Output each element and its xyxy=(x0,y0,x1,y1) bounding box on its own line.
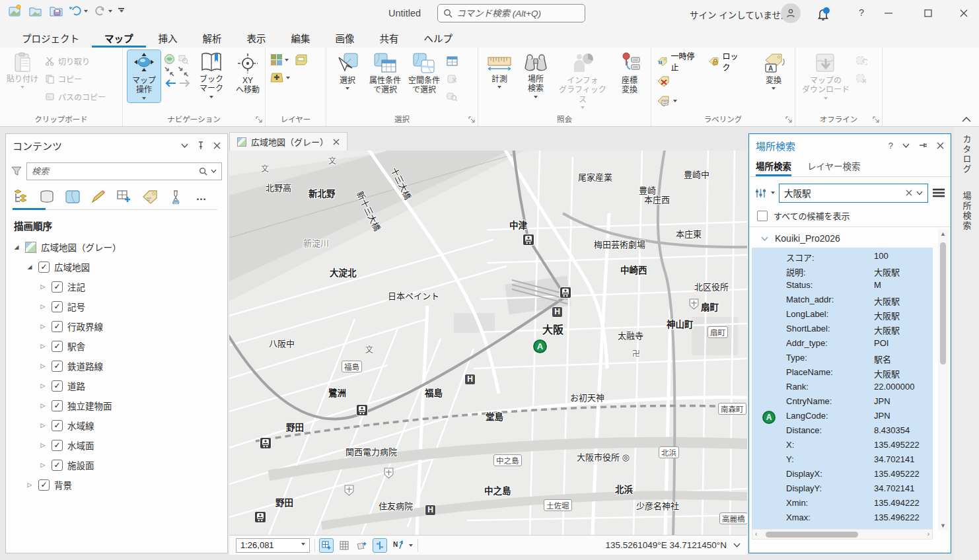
copy-button[interactable]: コピー xyxy=(44,71,107,87)
layer-checkbox[interactable]: ✓ xyxy=(52,281,63,293)
locate-search-input[interactable] xyxy=(784,188,902,198)
layer-checkbox[interactable]: ✓ xyxy=(52,440,63,451)
layer-checkbox[interactable]: ✓ xyxy=(52,380,63,392)
drawing-order-view-icon[interactable] xyxy=(13,188,30,205)
locate-tab[interactable]: 場所検索 xyxy=(756,159,791,176)
selected-result[interactable]: スコア:100説明:大阪駅Status:MMatch_addr:大阪駅LongL… xyxy=(752,248,933,540)
open-project-icon[interactable] xyxy=(28,4,43,18)
clear-selection-button[interactable] xyxy=(445,71,459,87)
coordinates-caret-icon[interactable] xyxy=(733,543,741,547)
ribbon-tab[interactable]: 共有 xyxy=(367,26,412,48)
locate-menu-chevron-icon[interactable] xyxy=(902,143,910,148)
new-project-icon[interactable] xyxy=(8,4,22,18)
locate-list-menu-icon[interactable] xyxy=(932,188,945,197)
labeling-view-icon[interactable] xyxy=(141,188,159,205)
collapse-ribbon-button[interactable] xyxy=(962,116,971,122)
background-layer-node[interactable]: ▷ ✓ 背景 xyxy=(6,475,226,495)
clear-label-cache-button[interactable] xyxy=(656,73,743,88)
download-map-button[interactable]: マップの ダウンロード xyxy=(800,50,852,102)
expander-icon[interactable]: ◢ xyxy=(13,244,20,250)
selection-dialog-launcher[interactable] xyxy=(468,116,476,123)
docked-pane-tab[interactable]: カタログ xyxy=(961,135,973,174)
next-extent-icon[interactable] xyxy=(179,79,192,88)
ribbon-tab[interactable]: 挿入 xyxy=(146,26,190,48)
layer-checkbox[interactable]: ✓ xyxy=(52,460,63,471)
scroll-down-icon[interactable]: ▼ xyxy=(938,522,948,529)
new-pane-button[interactable] xyxy=(320,539,333,552)
layer-checkbox[interactable]: ✓ xyxy=(52,341,63,352)
layer-node[interactable]: ▷✓鉄道路線 xyxy=(6,356,226,376)
layer-node[interactable]: ▷✓行政界線 xyxy=(6,316,226,336)
group-layer-node[interactable]: ◢ ✓ 広域地図 xyxy=(6,257,226,277)
map-canvas[interactable]: 北野高文文新北野十三大橋新十三大橋新淀川大淀北日本ペイント八阪中尾家産業豊崎中豊… xyxy=(229,151,747,535)
expander-icon[interactable]: ▷ xyxy=(39,323,47,330)
lock-labels-button[interactable]: ロック xyxy=(707,53,743,69)
selection-view-icon[interactable] xyxy=(64,188,81,205)
ribbon-tab[interactable]: ヘルプ xyxy=(412,26,466,48)
expander-icon[interactable]: ▷ xyxy=(39,382,47,389)
layer-node[interactable]: ▷✓注記 xyxy=(6,277,226,297)
scrollbar-thumb[interactable] xyxy=(940,242,946,365)
layer-node[interactable]: ▷✓独立建物面 xyxy=(6,396,226,415)
goto-xy-button[interactable]: XY へ移動 xyxy=(231,50,264,96)
clear-search-icon[interactable] xyxy=(906,190,912,196)
layer-node[interactable]: ▷✓水域面 xyxy=(6,435,226,455)
map-view-tab[interactable]: 広域地図（グレー） xyxy=(229,132,347,151)
docked-pane-tab[interactable]: 場所検索 xyxy=(961,192,973,231)
attribute-table-button[interactable] xyxy=(445,53,459,69)
copy-path-button[interactable]: \\..パスのコピー xyxy=(44,89,107,104)
add-data-button[interactable] xyxy=(270,71,284,84)
label-options-button[interactable] xyxy=(656,93,743,108)
results-horizontal-scrollbar[interactable]: ‹ › xyxy=(752,529,933,540)
guides-button[interactable] xyxy=(373,539,386,552)
help-button[interactable]: ? xyxy=(859,7,864,18)
join-view-icon[interactable] xyxy=(116,188,133,205)
locate-pin-icon[interactable] xyxy=(919,142,927,149)
redo-button[interactable] xyxy=(94,5,112,18)
sign-in-status[interactable]: サイン インしていません xyxy=(690,8,789,21)
scroll-up-icon[interactable]: ▲ xyxy=(938,230,948,237)
redo-caret-icon[interactable] xyxy=(108,10,112,15)
expander-icon[interactable]: ▷ xyxy=(39,303,47,310)
bookmarks-button[interactable]: ブック マーク xyxy=(195,50,228,101)
layer-checkbox[interactable]: ✓ xyxy=(52,301,63,312)
previous-extent-icon[interactable] xyxy=(164,79,176,88)
provider-expander-icon[interactable] xyxy=(761,236,768,241)
layer-checkbox[interactable]: ✓ xyxy=(52,400,63,411)
map-tab-close-icon[interactable] xyxy=(333,139,340,145)
status-options-caret-icon[interactable] xyxy=(409,544,413,549)
contents-close-icon[interactable] xyxy=(213,142,221,149)
grid-button[interactable] xyxy=(338,539,351,552)
show-all-candidates-checkbox[interactable] xyxy=(757,211,768,221)
snapping-button[interactable] xyxy=(355,539,369,552)
layer-checkbox[interactable]: ✓ xyxy=(52,321,63,332)
expander-icon[interactable]: ▷ xyxy=(26,481,34,488)
close-button[interactable] xyxy=(949,0,979,26)
expander-icon[interactable]: ▷ xyxy=(39,422,47,429)
add-preset-button[interactable] xyxy=(295,54,308,65)
labeling-dialog-launcher[interactable] xyxy=(785,116,793,123)
expander-icon[interactable]: ▷ xyxy=(39,363,47,369)
more-views-icon[interactable]: … xyxy=(193,188,210,205)
pause-labeling-button[interactable]: 一時停止 xyxy=(656,53,698,69)
layer-checkbox[interactable]: ✓ xyxy=(38,262,50,273)
locate-button[interactable]: 場所 検索 xyxy=(519,50,552,101)
notifications-button[interactable] xyxy=(815,6,831,22)
account-button[interactable] xyxy=(781,3,801,23)
ribbon-tab[interactable]: 表示 xyxy=(235,26,279,48)
expander-icon[interactable]: ▷ xyxy=(39,343,47,349)
filter-icon[interactable] xyxy=(11,166,22,176)
full-extent-icon[interactable] xyxy=(164,53,175,65)
layer-node[interactable]: ▷✓施設面 xyxy=(6,455,226,475)
fixed-zoom-in-icon[interactable] xyxy=(164,66,175,77)
layer-node[interactable]: ▷✓記号 xyxy=(6,297,226,316)
layer-node[interactable]: ▷✓道路 xyxy=(6,376,226,396)
ribbon-tab[interactable]: 画像 xyxy=(323,26,367,48)
layer-checkbox[interactable]: ✓ xyxy=(52,361,63,372)
select-by-attributes-button[interactable]: 属性条件 で選択 xyxy=(367,50,403,96)
layer-checkbox[interactable]: ✓ xyxy=(52,420,63,431)
select-by-location-button[interactable]: 空間条件 で選択 xyxy=(406,50,442,96)
measure-button[interactable]: 計測 xyxy=(483,50,516,91)
expander-icon[interactable]: ▷ xyxy=(39,462,47,468)
convert-labels-button[interactable]: A 変換 xyxy=(757,50,790,92)
